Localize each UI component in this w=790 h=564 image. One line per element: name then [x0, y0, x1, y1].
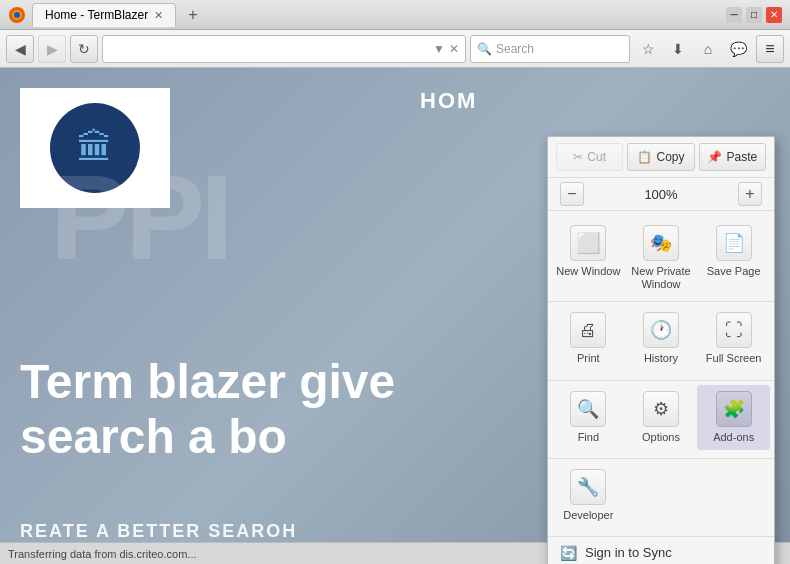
edit-row: ✂ Cut 📋 Copy 📌 Paste	[548, 137, 774, 178]
save-page-label: Save Page	[707, 265, 761, 278]
create-text: REATE A BETTER SEAROH	[20, 521, 297, 542]
cut-icon: ✂	[573, 150, 583, 164]
full-screen-label: Full Screen	[706, 352, 762, 365]
home-label: HOM	[420, 88, 477, 114]
find-menu-item[interactable]: 🔍 Find	[552, 385, 625, 450]
browser-logo	[8, 6, 26, 24]
zoom-out-button[interactable]: −	[560, 182, 584, 206]
sync-icon: 🔄	[560, 545, 577, 561]
history-icon: 🕐	[643, 312, 679, 348]
window-controls: ─ □ ✕	[726, 7, 782, 23]
hamburger-menu-button[interactable]: ≡	[756, 35, 784, 63]
dropdown-menu: ✂ Cut 📋 Copy 📌 Paste − 100% + ⬜ New Wind…	[547, 136, 775, 564]
back-button[interactable]: ◀	[6, 35, 34, 63]
add-ons-menu-item[interactable]: 🧩 Add-ons	[697, 385, 770, 450]
save-page-menu-item[interactable]: 📄 Save Page	[697, 219, 770, 297]
new-private-window-label: New Private Window	[629, 265, 694, 291]
chat-button[interactable]: 💬	[724, 35, 752, 63]
main-content: 🏛 HOM PPI Term blazer give search a bo R…	[0, 68, 790, 564]
menu-grid-row3: 🔍 Find ⚙ Options 🧩 Add-ons	[548, 381, 774, 459]
dropdown-arrow: ▼	[433, 42, 445, 56]
find-label: Find	[578, 431, 599, 444]
history-menu-item[interactable]: 🕐 History	[625, 306, 698, 371]
new-private-window-icon: 🎭	[643, 225, 679, 261]
new-private-window-menu-item[interactable]: 🎭 New Private Window	[625, 219, 698, 297]
menu-grid-row4: 🔧 Developer	[548, 459, 774, 537]
zoom-in-button[interactable]: +	[738, 182, 762, 206]
home-nav-button[interactable]: ⌂	[694, 35, 722, 63]
options-icon: ⚙	[643, 391, 679, 427]
full-screen-menu-item[interactable]: ⛶ Full Screen	[697, 306, 770, 371]
new-window-label: New Window	[556, 265, 620, 278]
minimize-button[interactable]: ─	[726, 7, 742, 23]
tab-title: Home - TermBlazer	[45, 8, 148, 22]
navigation-bar: ◀ ▶ ↻ ▼ ✕ 🔍 Search ☆ ⬇ ⌂ 💬 ≡	[0, 30, 790, 68]
paste-icon: 📌	[707, 150, 722, 164]
search-placeholder: Search	[496, 42, 534, 56]
nav-actions: ☆ ⬇ ⌂ 💬	[634, 35, 752, 63]
print-icon: 🖨	[570, 312, 606, 348]
developer-menu-item[interactable]: 🔧 Developer	[552, 463, 625, 528]
options-label: Options	[642, 431, 680, 444]
address-close[interactable]: ✕	[449, 42, 459, 56]
tab-close-btn[interactable]: ✕	[154, 9, 163, 22]
sign-in-label: Sign in to Sync	[585, 545, 672, 560]
svg-point-2	[14, 12, 20, 18]
search-bar[interactable]: 🔍 Search	[470, 35, 630, 63]
cut-button[interactable]: ✂ Cut	[556, 143, 623, 171]
print-menu-item[interactable]: 🖨 Print	[552, 306, 625, 371]
title-bar-left: Home - TermBlazer ✕ +	[8, 3, 726, 27]
search-icon: 🔍	[477, 42, 492, 56]
history-label: History	[644, 352, 678, 365]
menu-grid-row2: 🖨 Print 🕐 History ⛶ Full Screen	[548, 302, 774, 380]
print-label: Print	[577, 352, 600, 365]
zoom-value: 100%	[592, 187, 730, 202]
active-tab[interactable]: Home - TermBlazer ✕	[32, 3, 176, 27]
new-tab-button[interactable]: +	[182, 6, 203, 24]
reload-button[interactable]: ↻	[70, 35, 98, 63]
watermark: PPI	[50, 148, 228, 286]
new-window-icon: ⬜	[570, 225, 606, 261]
new-window-menu-item[interactable]: ⬜ New Window	[552, 219, 625, 297]
copy-button[interactable]: 📋 Copy	[627, 143, 694, 171]
save-page-icon: 📄	[716, 225, 752, 261]
add-ons-label: Add-ons	[713, 431, 754, 444]
developer-icon: 🔧	[570, 469, 606, 505]
menu-grid-row1: ⬜ New Window 🎭 New Private Window 📄 Save…	[548, 211, 774, 302]
full-screen-icon: ⛶	[716, 312, 752, 348]
sign-in-row[interactable]: 🔄 Sign in to Sync	[548, 537, 774, 564]
download-button[interactable]: ⬇	[664, 35, 692, 63]
maximize-button[interactable]: □	[746, 7, 762, 23]
title-bar: Home - TermBlazer ✕ + ─ □ ✕	[0, 0, 790, 30]
address-bar[interactable]: ▼ ✕	[102, 35, 466, 63]
developer-label: Developer	[563, 509, 613, 522]
bookmark-button[interactable]: ☆	[634, 35, 662, 63]
zoom-row: − 100% +	[548, 178, 774, 211]
add-ons-icon: 🧩	[716, 391, 752, 427]
paste-button[interactable]: 📌 Paste	[699, 143, 766, 171]
find-icon: 🔍	[570, 391, 606, 427]
forward-button[interactable]: ▶	[38, 35, 66, 63]
copy-icon: 📋	[637, 150, 652, 164]
address-icons: ▼ ✕	[433, 42, 459, 56]
options-menu-item[interactable]: ⚙ Options	[625, 385, 698, 450]
status-text: Transferring data from dis.criteo.com...	[8, 548, 197, 560]
close-button[interactable]: ✕	[766, 7, 782, 23]
